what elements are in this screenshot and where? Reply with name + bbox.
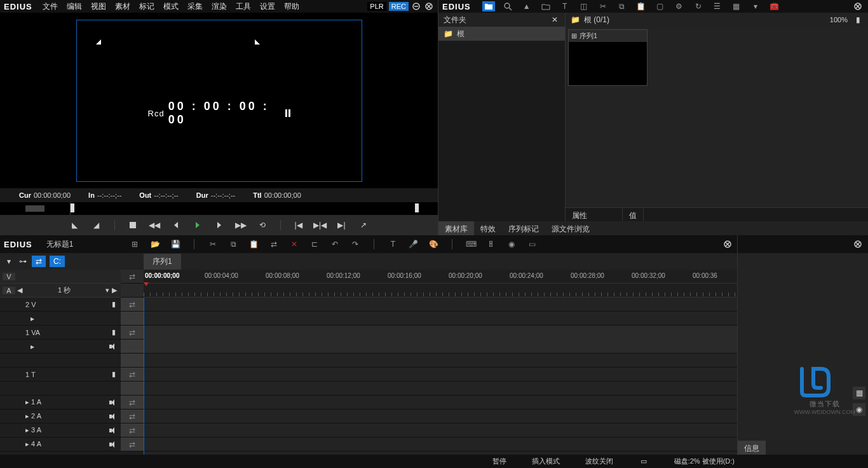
- zoom-slider-icon[interactable]: ▮: [853, 15, 863, 25]
- folder-icon[interactable]: [482, 1, 495, 11]
- info-close-icon[interactable]: [853, 239, 863, 249]
- v-patch-button[interactable]: V: [3, 273, 15, 280]
- settings-icon[interactable]: ⚙: [673, 1, 686, 11]
- tl-undo-icon[interactable]: ↶: [329, 239, 341, 249]
- timeline-ruler[interactable]: 00:00:00;00 00:00:04;00 00:00:08;00 00:0…: [144, 270, 737, 284]
- tc-dur[interactable]: --:--:--;--: [211, 191, 235, 199]
- tl-color-icon[interactable]: 🎨: [428, 239, 439, 249]
- tab-browser[interactable]: 源文件浏览: [545, 221, 596, 235]
- tl-link-icon[interactable]: ⊶: [18, 256, 28, 266]
- speaker-icon[interactable]: [109, 399, 116, 406]
- timeline-content[interactable]: 00:00:00;00 00:00:04;00 00:00:08;00 00:0…: [144, 270, 737, 455]
- go-cut-button[interactable]: ▶|◀: [313, 219, 328, 231]
- playhead-icon[interactable]: [144, 282, 149, 286]
- title-icon[interactable]: T: [559, 1, 571, 11]
- copy-icon[interactable]: ⧉: [616, 1, 628, 11]
- scale-left-icon[interactable]: ◀: [17, 286, 23, 294]
- prev-frame-button[interactable]: [168, 219, 184, 231]
- overwrite-mode-button[interactable]: C:: [50, 256, 65, 267]
- tl-paste-icon[interactable]: 📋: [248, 239, 259, 249]
- cut-icon[interactable]: ✂: [597, 1, 609, 11]
- lock-icon[interactable]: ▮: [112, 300, 116, 308]
- bin-close-icon[interactable]: [851, 1, 864, 11]
- bin-clip[interactable]: ⊞序列1: [568, 29, 648, 86]
- tl-cut-icon[interactable]: ✂: [207, 239, 219, 249]
- tab-markers[interactable]: 序列标记: [502, 221, 545, 235]
- rec-badge[interactable]: REC: [389, 2, 409, 11]
- menu-edit[interactable]: 编辑: [63, 0, 86, 13]
- monitor-icon[interactable]: ▢: [654, 1, 667, 11]
- folder-close-icon[interactable]: ✕: [550, 15, 560, 25]
- play-button[interactable]: [190, 219, 205, 231]
- tl-close-icon[interactable]: [722, 239, 733, 249]
- tl-redo-icon[interactable]: ↷: [349, 239, 361, 249]
- track-2a[interactable]: ▸ 2 A: [0, 410, 121, 423]
- tc-out[interactable]: --:--:--;--: [154, 191, 178, 199]
- go-in-button[interactable]: |◀: [291, 219, 306, 231]
- track-1va[interactable]: 1 VA▮: [0, 326, 121, 340]
- tl-mixer-icon[interactable]: 🎚: [485, 239, 497, 249]
- menu-clip[interactable]: 素材: [111, 0, 134, 13]
- insert-mode-button[interactable]: ⇄: [32, 256, 46, 267]
- refresh-icon[interactable]: ↻: [692, 1, 705, 11]
- menu-mode[interactable]: 模式: [159, 0, 182, 13]
- set-out-button[interactable]: ◢: [89, 219, 104, 231]
- speaker-icon[interactable]: [109, 427, 116, 434]
- tl-open-icon[interactable]: 📂: [149, 239, 161, 249]
- preview-viewport[interactable]: Rcd 00 : 00 : 00 : 00: [0, 13, 438, 188]
- up-folder-icon[interactable]: ▲: [520, 1, 533, 11]
- menu-help[interactable]: 帮助: [280, 0, 303, 13]
- list-icon[interactable]: ☰: [711, 1, 724, 11]
- track-3a[interactable]: ▸ 3 A: [0, 423, 121, 437]
- gutter-sync-icon[interactable]: ⇄: [121, 270, 144, 284]
- tc-in[interactable]: --:--:--;--: [97, 191, 121, 199]
- expand-icon[interactable]: ▸: [31, 314, 34, 323]
- grid-icon[interactable]: ▦: [730, 1, 743, 11]
- track-4a[interactable]: ▸ 4 A: [0, 437, 121, 451]
- go-out-button[interactable]: ▶|: [334, 219, 349, 231]
- bin-items-area[interactable]: ⊞序列1: [566, 27, 868, 207]
- tc-cur[interactable]: 00:00:00;00: [34, 191, 71, 199]
- sequence-tab[interactable]: 序列1: [144, 254, 181, 270]
- open-folder-icon[interactable]: [539, 1, 552, 11]
- menu-tools[interactable]: 工具: [232, 0, 255, 13]
- lock-icon[interactable]: ▮: [112, 328, 116, 336]
- tl-voice-icon[interactable]: 🎤: [407, 239, 419, 249]
- tl-ripple-icon[interactable]: ⇄: [268, 239, 280, 249]
- rewind-button[interactable]: ◀◀: [147, 219, 162, 231]
- fastfwd-button[interactable]: ▶▶: [233, 219, 248, 231]
- tl-snap-icon[interactable]: ▾: [4, 256, 14, 266]
- tl-split-icon[interactable]: ⊏: [309, 239, 320, 249]
- tl-new-icon[interactable]: ⊞: [129, 239, 140, 249]
- speaker-icon[interactable]: [109, 413, 116, 420]
- lock-icon[interactable]: ▮: [112, 370, 116, 378]
- track-1t[interactable]: 1 T▮: [0, 368, 121, 382]
- prop-attr-header[interactable]: 属性: [566, 208, 623, 221]
- tl-delete-icon[interactable]: ✕: [288, 239, 300, 249]
- speaker-icon[interactable]: [109, 441, 116, 448]
- toolbox-icon[interactable]: 🧰: [768, 1, 781, 11]
- dropdown-icon[interactable]: ▾: [749, 1, 762, 11]
- a-patch-button[interactable]: A: [3, 287, 15, 294]
- scale-dropdown-icon[interactable]: ▾: [105, 286, 112, 294]
- folder-root[interactable]: 📁 根: [438, 27, 565, 41]
- tl-copy-icon[interactable]: ⧉: [227, 239, 239, 249]
- status-monitor-icon[interactable]: ▭: [639, 457, 649, 467]
- tab-info[interactable]: 信息: [738, 441, 766, 455]
- set-in-button[interactable]: ◣: [67, 219, 83, 231]
- tab-effects[interactable]: 特效: [474, 221, 502, 235]
- menu-file[interactable]: 文件: [39, 0, 62, 13]
- prop-val-header[interactable]: 值: [623, 208, 644, 221]
- export-button[interactable]: ↗: [356, 219, 371, 231]
- scale-right-icon[interactable]: ▶: [112, 286, 118, 294]
- search-icon[interactable]: [501, 1, 514, 11]
- scrub-bar[interactable]: [0, 202, 438, 215]
- stop-button[interactable]: [125, 219, 140, 231]
- menu-render[interactable]: 渲染: [208, 0, 231, 13]
- menu-marker[interactable]: 标记: [135, 0, 158, 13]
- tl-title-icon[interactable]: T: [387, 239, 398, 249]
- tl-save-icon[interactable]: 💾: [170, 239, 181, 249]
- menu-capture[interactable]: 采集: [184, 0, 207, 13]
- close-icon[interactable]: [424, 1, 434, 11]
- next-frame-button[interactable]: [212, 219, 227, 231]
